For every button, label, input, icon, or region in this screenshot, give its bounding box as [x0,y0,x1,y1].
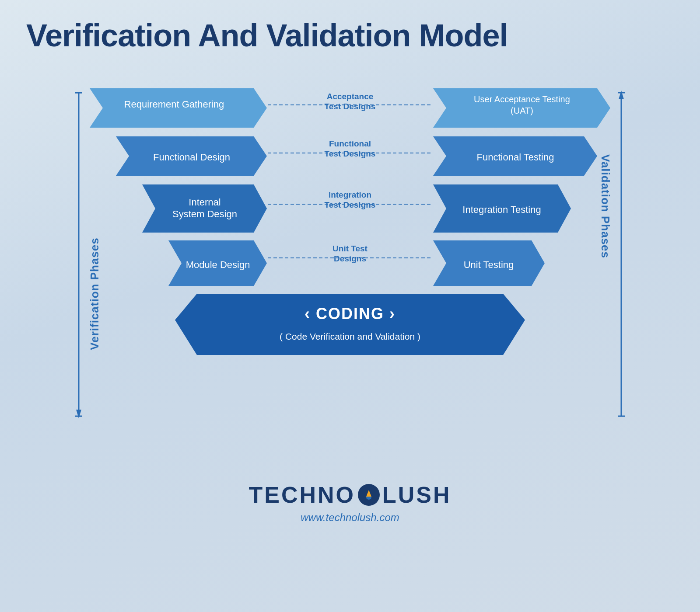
svg-text:Integration: Integration [329,190,371,199]
svg-text:Functional Testing: Functional Testing [477,152,554,163]
logo-icon [358,484,380,506]
v-model-diagram: Requirement Gathering User Acceptance Te… [26,75,674,456]
logo-text-left: TECHNO [248,482,355,508]
svg-text:User Acceptance Testing: User Acceptance Testing [474,94,570,104]
svg-text:Test Designs: Test Designs [325,149,376,158]
svg-text:Integration Testing: Integration Testing [462,204,541,215]
svg-marker-7 [619,90,624,99]
svg-text:Module Design: Module Design [186,259,250,270]
svg-text:(UAT): (UAT) [511,106,533,115]
svg-text:Functional Design: Functional Design [153,152,230,163]
svg-text:Unit Testing: Unit Testing [464,259,514,270]
svg-text:System Design: System Design [172,209,237,219]
svg-text:Validation  Phases: Validation Phases [599,154,612,258]
svg-text:Test Designs: Test Designs [325,102,376,111]
svg-text:Internal: Internal [189,197,220,208]
logo: TECHNO LUSH [248,482,451,508]
svg-text:Verification  Phases: Verification Phases [88,237,101,350]
v-model-svg: Requirement Gathering User Acceptance Te… [66,75,634,456]
page-title: Verification And Validation Model [26,17,674,53]
logo-section: TECHNO LUSH www.technolush.com [248,482,451,524]
svg-text:( Code Verification and Valida: ( Code Verification and Validation ) [280,331,420,341]
svg-marker-1 [76,410,81,418]
svg-text:Functional: Functional [329,139,371,148]
svg-marker-40 [175,294,525,355]
svg-text:Requirement Gathering: Requirement Gathering [124,99,224,110]
svg-text:Unit Test: Unit Test [332,244,368,253]
svg-text:‹ CODING ›: ‹ CODING › [304,305,396,323]
logo-url[interactable]: www.technolush.com [301,511,399,524]
svg-text:Acceptance: Acceptance [327,92,374,101]
logo-text-right: LUSH [382,482,452,508]
svg-marker-46 [366,490,371,497]
svg-text:Designs: Designs [334,254,366,263]
svg-text:Test Designs: Test Designs [325,200,376,209]
